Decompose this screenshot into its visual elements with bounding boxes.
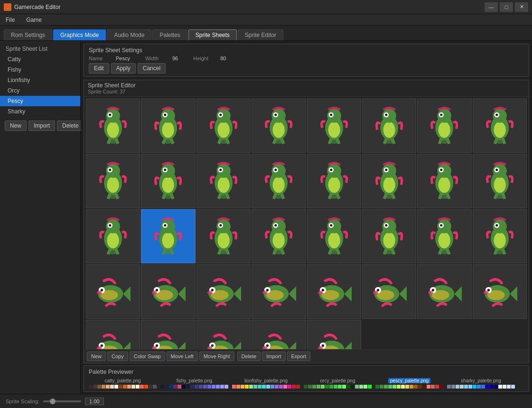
sprite-export-button[interactable]: Export bbox=[287, 352, 311, 361]
sprite-cell[interactable] bbox=[473, 99, 527, 153]
svg-point-220 bbox=[321, 289, 324, 291]
sprite-cell[interactable] bbox=[473, 264, 527, 318]
sidebar-item-catty[interactable]: Catty bbox=[0, 54, 80, 65]
scale-slider[interactable] bbox=[43, 400, 81, 402]
import-sheet-button[interactable]: Import bbox=[28, 121, 55, 131]
sprite-toolbar: New Copy Color Swap Move Left Move Right… bbox=[84, 349, 529, 363]
sprite-cell[interactable] bbox=[417, 209, 471, 263]
sprite-cell[interactable] bbox=[252, 209, 306, 263]
svg-marker-242 bbox=[123, 342, 131, 349]
tab-sprite-editor[interactable]: Sprite Editor bbox=[238, 29, 283, 40]
tab-rom-settings[interactable]: Rom Settings bbox=[4, 29, 52, 40]
svg-point-81 bbox=[217, 177, 229, 193]
svg-point-232 bbox=[432, 289, 434, 291]
edit-button[interactable]: Edit bbox=[89, 63, 109, 74]
sidebar-item-orcy[interactable]: Orcy bbox=[0, 85, 80, 96]
sprite-cell[interactable] bbox=[252, 320, 306, 350]
palette-swatch bbox=[131, 385, 135, 389]
sprite-move-right-button[interactable]: Move Right bbox=[199, 352, 234, 361]
sprite-cell[interactable] bbox=[141, 99, 195, 153]
app-icon bbox=[4, 3, 11, 11]
sprite-cell[interactable] bbox=[252, 99, 306, 153]
new-sheet-button[interactable]: New bbox=[5, 121, 27, 131]
sprite-cell[interactable] bbox=[196, 320, 251, 350]
sprite-cell[interactable] bbox=[473, 209, 527, 263]
tab-audio-mode[interactable]: Audio Mode bbox=[107, 29, 151, 40]
sidebar-item-fishy[interactable]: Fishy bbox=[0, 65, 80, 75]
sprite-cell[interactable] bbox=[196, 99, 251, 153]
palette-item-fishy[interactable]: fishy_palette.png bbox=[160, 378, 228, 389]
cancel-button[interactable]: Cancel bbox=[138, 63, 166, 74]
palette-item-catty[interactable]: catty_palette.png bbox=[89, 378, 157, 389]
sprite-cell[interactable] bbox=[86, 154, 140, 208]
sidebar-item-sharky[interactable]: Sharky bbox=[0, 106, 80, 117]
sprite-import-button[interactable]: Import bbox=[262, 352, 285, 361]
svg-line-175 bbox=[392, 249, 394, 254]
sprite-cell[interactable] bbox=[307, 264, 361, 318]
palette-swatch bbox=[431, 385, 435, 389]
sprite-cell[interactable] bbox=[86, 264, 140, 318]
sprite-copy-button[interactable]: Copy bbox=[107, 352, 128, 361]
sprite-cell[interactable] bbox=[196, 154, 251, 208]
palette-name: sharky_palette.png bbox=[461, 378, 501, 383]
sprite-cell[interactable] bbox=[362, 209, 416, 263]
sprite-cell[interactable] bbox=[307, 320, 361, 350]
sprite-cell[interactable] bbox=[141, 320, 195, 350]
sprite-cell[interactable] bbox=[417, 99, 471, 153]
sprite-cell[interactable] bbox=[362, 154, 416, 208]
sprite-cell[interactable] bbox=[86, 99, 140, 153]
sprite-cell[interactable] bbox=[307, 209, 361, 263]
svg-point-52 bbox=[440, 113, 443, 116]
tab-graphics-mode[interactable]: Graphics Mode bbox=[53, 29, 106, 40]
palette-swatch bbox=[342, 385, 346, 389]
sprite-cell[interactable] bbox=[141, 209, 195, 263]
svg-point-188 bbox=[495, 224, 498, 226]
sidebar-item-lionfishy[interactable]: Lionfishy bbox=[0, 75, 80, 85]
sprite-cell[interactable] bbox=[362, 99, 416, 153]
sprite-cell[interactable] bbox=[141, 264, 195, 318]
svg-point-105 bbox=[383, 177, 395, 193]
sprite-color-swap-button[interactable]: Color Swap bbox=[130, 352, 165, 361]
sprite-cell[interactable] bbox=[196, 264, 251, 318]
sprite-cell[interactable] bbox=[417, 154, 471, 208]
palette-item-sharky[interactable]: sharky_palette.png bbox=[447, 378, 515, 389]
sprite-cell[interactable] bbox=[307, 99, 361, 153]
palette-item-orcy[interactable]: orcy_palette.png bbox=[304, 378, 372, 389]
sprite-cell[interactable] bbox=[252, 264, 306, 318]
sprite-grid-wrapper[interactable] bbox=[84, 97, 529, 349]
sprite-cell[interactable] bbox=[86, 320, 140, 350]
palette-swatch bbox=[338, 385, 342, 389]
menu-file[interactable]: File bbox=[4, 16, 17, 24]
svg-point-140 bbox=[164, 224, 167, 226]
maximize-button[interactable]: □ bbox=[500, 2, 513, 12]
svg-point-44 bbox=[385, 113, 387, 116]
sprite-cell[interactable] bbox=[141, 154, 195, 208]
apply-button[interactable]: Apply bbox=[111, 63, 136, 74]
menu-game[interactable]: Game bbox=[24, 16, 44, 24]
tab-palettes[interactable]: Palettes bbox=[152, 29, 187, 40]
palette-swatch bbox=[241, 385, 244, 389]
minimize-button[interactable]: — bbox=[485, 2, 498, 12]
sprite-cell[interactable] bbox=[252, 154, 306, 208]
svg-line-118 bbox=[439, 194, 441, 199]
palette-swatch bbox=[119, 385, 122, 389]
svg-line-54 bbox=[439, 139, 441, 144]
sprite-delete-button[interactable]: Delete bbox=[237, 352, 261, 361]
sprite-cell[interactable] bbox=[417, 264, 471, 318]
sprite-cell[interactable] bbox=[196, 209, 251, 263]
sprite-move-left-button[interactable]: Move Left bbox=[167, 352, 198, 361]
svg-point-209 bbox=[207, 291, 213, 295]
close-button[interactable]: ✕ bbox=[515, 2, 528, 12]
tab-sprite-sheets[interactable]: Sprite Sheets bbox=[188, 29, 237, 40]
svg-line-46 bbox=[384, 139, 386, 144]
palette-item-pescy[interactable]: pescy_palette.png bbox=[375, 378, 443, 389]
sidebar-item-pescy[interactable]: Pescy bbox=[0, 96, 80, 106]
sprite-cell[interactable] bbox=[362, 264, 416, 318]
delete-sheet-button[interactable]: Delete bbox=[57, 121, 84, 131]
svg-point-244 bbox=[101, 344, 103, 346]
sprite-cell[interactable] bbox=[473, 154, 527, 208]
sprite-cell[interactable] bbox=[307, 154, 361, 208]
sprite-new-button[interactable]: New bbox=[87, 352, 106, 361]
palette-item-lionfishy[interactable]: lionfishy_palette.png bbox=[232, 378, 300, 389]
sprite-cell[interactable] bbox=[86, 209, 140, 263]
